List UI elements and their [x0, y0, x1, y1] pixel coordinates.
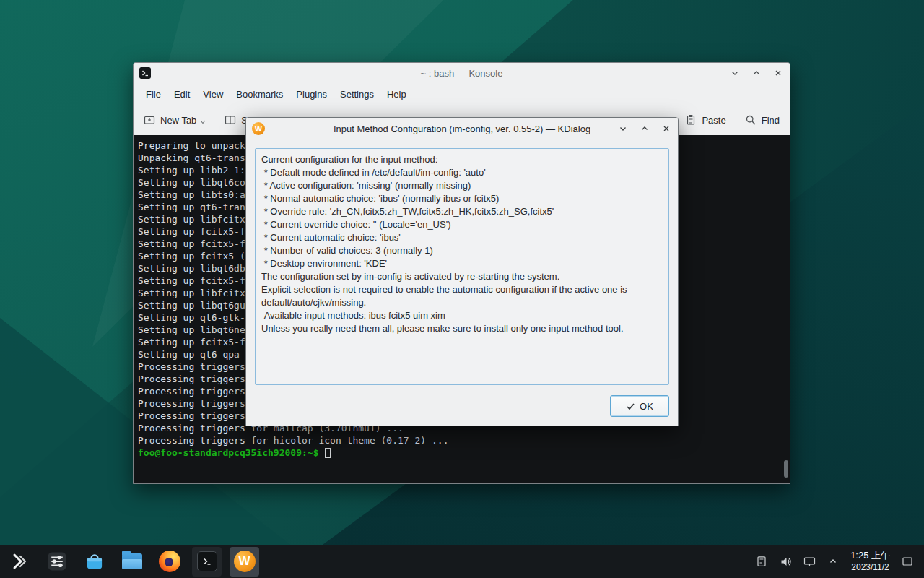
terminal-line: Processing triggers for hicolor-icon-the… — [138, 434, 785, 447]
dialog-text-line: The configuration set by im-config is ac… — [261, 270, 663, 283]
new-tab-label: New Tab — [160, 115, 196, 126]
konsole-app-icon — [139, 67, 151, 79]
konsole-window-title: ~ : bash — Konsole — [421, 68, 503, 79]
new-tab-icon — [144, 114, 155, 126]
chevron-down-icon — [200, 120, 206, 124]
check-icon — [626, 402, 635, 411]
file-manager-icon[interactable] — [117, 547, 147, 577]
close-icon[interactable] — [772, 67, 784, 79]
dialog-text-line: * Desktop environment: 'KDE' — [261, 257, 663, 270]
paste-icon — [685, 114, 697, 126]
dialog-text-line: * Current override choice: '' (Locale='e… — [261, 218, 663, 231]
kdialog-window: W Input Method Configuration (im-config,… — [245, 117, 679, 426]
dialog-text-line: Explicit selection is not required to en… — [261, 283, 663, 309]
menu-item[interactable]: Plugins — [289, 86, 334, 103]
menu-item[interactable]: View — [196, 86, 230, 103]
dialog-text-line: Unless you really need them all, please … — [261, 322, 663, 335]
firefox-icon[interactable] — [154, 547, 184, 577]
shell-prompt: foo@foo-standardpcq35ich92009:~$ — [138, 447, 324, 459]
dialog-text-line: * Current automatic choice: 'ibus' — [261, 231, 663, 244]
dialog-text-line: Current configuration for the input meth… — [261, 153, 663, 166]
paste-button[interactable]: Paste — [685, 114, 725, 126]
im-config-message-box: Current configuration for the input meth… — [255, 148, 669, 385]
kdialog-window-title: Input Method Configuration (im-config, v… — [334, 124, 590, 134]
ok-button[interactable]: OK — [610, 395, 669, 417]
folder-icon — [122, 553, 142, 569]
display-icon[interactable] — [803, 555, 816, 568]
clipboard-icon[interactable] — [755, 555, 768, 568]
taskbar: W 1:25 上午 2023/11/2 — [0, 545, 924, 578]
system-settings-icon[interactable] — [42, 547, 71, 577]
volume-icon[interactable] — [779, 555, 792, 568]
terminal-cursor — [325, 448, 331, 458]
dialog-text-line: * Number of valid choices: 3 (normally 1… — [261, 244, 663, 257]
im-config-task-icon[interactable]: W — [230, 547, 259, 577]
konsole-menubar: FileEditViewBookmarksPluginsSettingsHelp — [134, 83, 790, 105]
new-tab-button[interactable]: New Tab — [144, 114, 206, 126]
terminal-scrollbar[interactable] — [783, 135, 790, 483]
dialog-text-line: * Override rule: 'zh_CN,fcitx5:zh_TW,fci… — [261, 205, 663, 218]
close-icon[interactable] — [661, 123, 672, 134]
minimize-icon[interactable] — [729, 67, 741, 79]
dialog-text-line: * Normal automatic choice: 'ibus' (norma… — [261, 192, 663, 205]
discover-app-icon[interactable] — [79, 547, 109, 577]
clock-time: 1:25 上午 — [850, 550, 890, 561]
app-launcher-icon[interactable] — [4, 547, 34, 577]
im-config-icon: W — [252, 122, 265, 135]
paste-label: Paste — [702, 115, 725, 126]
konsole-titlebar[interactable]: ~ : bash — Konsole — [134, 63, 790, 83]
menu-item[interactable]: Edit — [167, 86, 196, 103]
scrollbar-thumb[interactable] — [784, 460, 788, 478]
ok-button-label: OK — [640, 401, 653, 412]
show-desktop-icon[interactable] — [901, 555, 914, 568]
terminal-prompt-line: foo@foo-standardpcq35ich92009:~$ — [138, 447, 785, 459]
im-config-icon: W — [234, 551, 256, 572]
search-icon — [745, 114, 757, 126]
menu-item[interactable]: File — [139, 86, 167, 103]
dialog-text-line: * Active configuration: 'missing' (norma… — [261, 179, 663, 192]
split-view-icon — [225, 114, 236, 126]
menu-item[interactable]: Help — [380, 86, 413, 103]
maximize-icon[interactable] — [639, 123, 650, 134]
find-label: Find — [762, 115, 780, 126]
menu-item[interactable]: Settings — [334, 86, 380, 103]
maximize-icon[interactable] — [751, 67, 762, 79]
menu-item[interactable]: Bookmarks — [230, 86, 289, 103]
dialog-text-line: Available input methods: ibus fcitx5 uim… — [261, 309, 663, 322]
minimize-icon[interactable] — [617, 123, 629, 134]
dialog-text-line: * Default mode defined in /etc/default/i… — [261, 166, 663, 179]
clock[interactable]: 1:25 上午 2023/11/2 — [850, 550, 890, 572]
terminal-icon — [197, 551, 217, 571]
kdialog-titlebar[interactable]: W Input Method Configuration (im-config,… — [246, 118, 678, 139]
chevron-up-icon[interactable] — [827, 555, 840, 568]
clock-date: 2023/11/2 — [850, 562, 890, 573]
konsole-task-icon[interactable] — [192, 547, 222, 577]
find-button[interactable]: Find — [745, 114, 780, 126]
